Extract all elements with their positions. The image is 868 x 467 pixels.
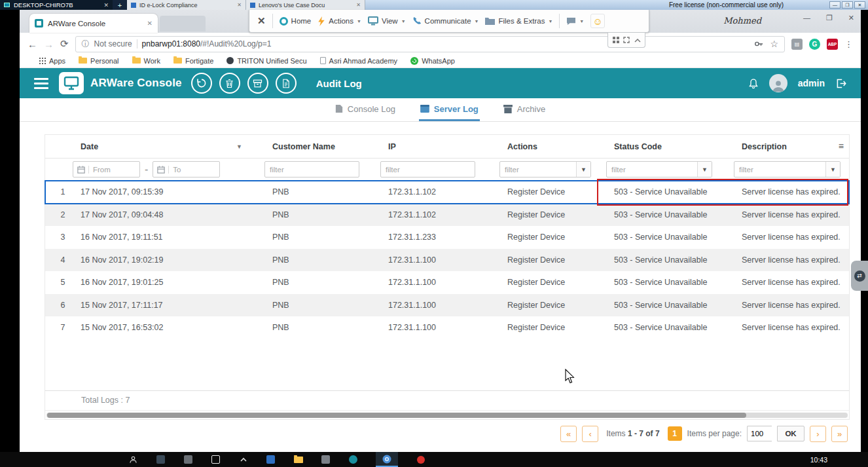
chat-button[interactable]: ▼: [566, 17, 584, 26]
recording-icon[interactable]: [416, 455, 425, 464]
actions-menu-button[interactable]: Actions ▼: [317, 16, 361, 26]
bookmark-folder-fortigate[interactable]: Fortigate: [173, 57, 213, 65]
new-session-button[interactable]: +: [113, 0, 127, 10]
browser-tab-arware[interactable]: ARWare Console ✕: [29, 14, 158, 33]
teamviewer-panel-handle[interactable]: ⇄: [851, 261, 868, 291]
date-from-input[interactable]: [89, 162, 135, 176]
table-row[interactable]: 2 17 Nov 2017, 09:04:48 PNB 172.31.1.102…: [45, 204, 849, 227]
delete-button[interactable]: [219, 73, 240, 94]
user-avatar[interactable]: [769, 74, 787, 92]
grid-view-icon[interactable]: [613, 37, 619, 43]
session-close-icon[interactable]: ✕: [103, 2, 109, 9]
column-header-actions[interactable]: Actions: [499, 142, 606, 151]
bookmark-whatsapp[interactable]: WhatsApp: [410, 57, 455, 65]
date-to-input[interactable]: [169, 162, 215, 176]
table-row[interactable]: 6 15 Nov 2017, 17:11:17 PNB 172.31.1.100…: [45, 294, 849, 317]
session-close-icon[interactable]: ✕: [257, 15, 266, 27]
column-header-date[interactable]: Date ▼: [73, 142, 264, 151]
back-button[interactable]: ←: [27, 39, 37, 50]
status-filter-select[interactable]: ▼: [606, 161, 712, 177]
current-page-badge[interactable]: 1: [668, 426, 682, 441]
column-header-customer[interactable]: Customer Name: [264, 142, 380, 151]
taskbar-app-icon-3[interactable]: [266, 455, 276, 464]
browser-menu-icon[interactable]: ⋮: [844, 39, 853, 49]
restore-button[interactable]: ❐: [826, 14, 833, 22]
items-per-page-input[interactable]: [747, 426, 772, 441]
date-from-field[interactable]: [73, 161, 140, 177]
taskbar-app-icon-5[interactable]: [348, 455, 358, 464]
taskbar-people-icon[interactable]: [128, 455, 138, 464]
bookmark-folder-work[interactable]: Work: [132, 57, 160, 65]
password-key-icon[interactable]: [754, 39, 763, 48]
close-button[interactable]: ✕: [848, 14, 854, 22]
bookmark-star-icon[interactable]: ☆: [770, 39, 778, 49]
background-window-tab-1[interactable]: ID e-Lock Compliance ✕: [127, 0, 246, 10]
tab-console-log[interactable]: Console Log: [334, 98, 397, 121]
date-to-field[interactable]: [153, 161, 220, 177]
info-icon[interactable]: ⓘ: [82, 39, 90, 50]
customer-filter-input[interactable]: [264, 161, 359, 177]
files-extras-menu-button[interactable]: Files & Extras ▼: [485, 17, 552, 25]
column-options-icon[interactable]: ≡: [839, 141, 844, 151]
last-page-button[interactable]: »: [831, 426, 848, 442]
background-window-tab-2[interactable]: Lenovo's Use Case Docu ✕: [246, 0, 365, 10]
table-row[interactable]: 4 16 Nov 2017, 19:02:19 PNB 172.31.1.100…: [45, 249, 849, 272]
logout-icon[interactable]: [835, 78, 846, 89]
tab-archive[interactable]: Archive: [502, 98, 547, 121]
column-header-description[interactable]: Description: [734, 142, 849, 151]
tab-server-log[interactable]: Server Log: [419, 98, 480, 121]
taskbar-clock[interactable]: 10:43: [810, 456, 827, 464]
menu-hamburger-icon[interactable]: [34, 78, 48, 89]
refresh-button[interactable]: [191, 73, 212, 94]
minimize-button[interactable]: —: [829, 1, 841, 9]
export-log-button[interactable]: [276, 73, 297, 94]
previous-page-button[interactable]: ‹: [582, 426, 598, 442]
chevron-down-icon[interactable]: ▼: [576, 162, 590, 177]
fullscreen-icon[interactable]: [623, 37, 630, 43]
description-filter-select[interactable]: ▼: [734, 161, 841, 177]
column-header-status[interactable]: Status Code: [606, 142, 734, 151]
chrome-taskbar-icon[interactable]: [376, 452, 398, 467]
horizontal-scrollbar[interactable]: [45, 410, 849, 419]
table-row[interactable]: 1 17 Nov 2017, 09:15:39 PNB 172.31.1.102…: [45, 181, 849, 204]
bookmark-apps[interactable]: Apps: [39, 57, 65, 65]
ip-filter-input[interactable]: [380, 161, 475, 177]
tab-close-icon[interactable]: ✕: [147, 20, 153, 27]
next-page-button[interactable]: ›: [810, 426, 826, 442]
close-button[interactable]: ✕: [854, 1, 865, 9]
chevron-down-icon[interactable]: ▼: [825, 162, 840, 177]
bookmark-asri[interactable]: Asri Ahmad Academy: [320, 57, 398, 65]
scrollbar-thumb[interactable]: [47, 413, 746, 418]
taskbar-app-icon-2[interactable]: [183, 455, 193, 464]
calendar-icon[interactable]: [153, 166, 169, 174]
taskbar-window-icon[interactable]: [211, 455, 221, 464]
maximize-button[interactable]: ❐: [842, 1, 853, 9]
scrollbar-track[interactable]: [46, 413, 848, 418]
extension-icon[interactable]: ▤: [791, 39, 803, 50]
bookmark-triton[interactable]: TRITON Unified Secu: [226, 57, 306, 65]
archive-button[interactable]: [247, 73, 268, 94]
session-tab[interactable]: DESKTOP-CHIRO7B ✕: [0, 0, 113, 10]
notifications-bell-icon[interactable]: [748, 78, 759, 89]
grammarly-extension-icon[interactable]: G: [809, 39, 820, 50]
ok-button[interactable]: OK: [777, 426, 805, 441]
address-bar[interactable]: ⓘ Not secure pnbarwp01:8080/#!Audit%20Lo…: [75, 36, 785, 52]
calendar-icon[interactable]: [73, 166, 89, 174]
feedback-smiley-button[interactable]: ☺: [590, 14, 605, 28]
actions-filter-select[interactable]: ▼: [499, 161, 591, 177]
tray-up-arrow-icon[interactable]: [238, 455, 248, 464]
table-row[interactable]: 7 15 Nov 2017, 16:53:02 PNB 172.31.1.100…: [45, 316, 849, 339]
taskbar-app-icon-1[interactable]: [156, 455, 166, 464]
forward-button[interactable]: →: [44, 39, 54, 50]
bookmark-folder-personal[interactable]: Personal: [79, 57, 118, 65]
minimize-button[interactable]: —: [803, 14, 810, 22]
chevron-down-icon[interactable]: ▼: [697, 162, 712, 177]
sort-caret-icon[interactable]: ▼: [236, 143, 242, 150]
close-icon[interactable]: ✕: [356, 2, 361, 8]
taskbar-app-icon-4[interactable]: [321, 455, 331, 464]
reload-button[interactable]: ⟳: [60, 38, 69, 50]
column-header-ip[interactable]: IP: [380, 142, 499, 151]
close-icon[interactable]: ✕: [237, 2, 242, 8]
collapse-toolbar-icon[interactable]: [634, 38, 641, 43]
table-row[interactable]: 3 16 Nov 2017, 19:11:51 PNB 172.31.1.233…: [45, 226, 849, 249]
